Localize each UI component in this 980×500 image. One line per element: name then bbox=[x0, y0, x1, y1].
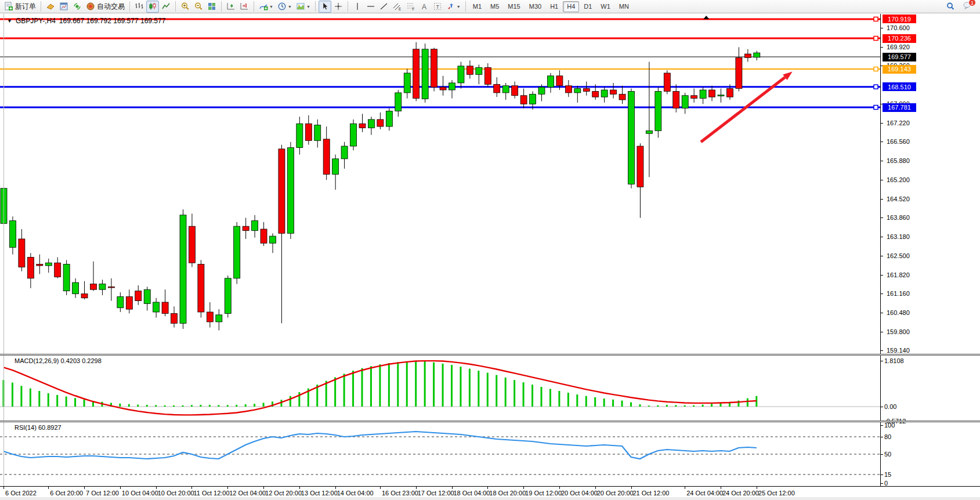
rsi-line bbox=[3, 432, 757, 459]
textT-icon: T bbox=[433, 2, 442, 11]
timeframe-m5-button[interactable]: M5 bbox=[486, 1, 503, 12]
equidistant-channel-button[interactable]: E bbox=[391, 1, 404, 13]
new-order-button[interactable]: 新订单 bbox=[2, 1, 38, 13]
auto-scroll-button[interactable] bbox=[225, 1, 237, 13]
candle-up bbox=[368, 119, 374, 128]
mt4-window: 新订单自动交易▼▼▼EFAT▼M1M5M15M30H1H4D1W1MN1 ▼ G… bbox=[0, 0, 980, 500]
timeframe-m15-button[interactable]: M15 bbox=[504, 1, 524, 12]
time-tick-mark bbox=[631, 487, 632, 489]
linechart-icon bbox=[161, 2, 171, 11]
price-badge: 167.781 bbox=[883, 103, 916, 112]
main-chart-panel[interactable]: ▼ GBPJPY-,H4 169.667 169.792 169.577 169… bbox=[0, 14, 880, 354]
time-tick-mark bbox=[335, 487, 336, 489]
line-anchor-handle[interactable] bbox=[874, 37, 878, 41]
macd-hist-bar bbox=[406, 361, 408, 407]
candle-down bbox=[565, 86, 572, 93]
candle-down bbox=[637, 146, 643, 187]
panel-separator[interactable] bbox=[0, 354, 980, 356]
line-chart-button[interactable] bbox=[160, 1, 172, 13]
candle-down bbox=[55, 263, 61, 277]
time-axis[interactable]: 6 Oct 20226 Oct 20:007 Oct 12:0010 Oct 0… bbox=[0, 486, 980, 500]
macd-hist-bar bbox=[442, 364, 444, 407]
timeframe-h1-button[interactable]: H1 bbox=[546, 1, 562, 12]
macd-hist-bar bbox=[209, 405, 211, 407]
chevron-down-icon[interactable]: ▼ bbox=[288, 5, 292, 9]
timeframe-h4-button[interactable]: H4 bbox=[563, 1, 579, 12]
periods-button[interactable]: ▼ bbox=[276, 1, 294, 13]
candle-down bbox=[467, 66, 473, 75]
crosshair-button[interactable] bbox=[332, 1, 345, 13]
market-watch-button[interactable] bbox=[57, 1, 70, 13]
new-order-button-label: 新订单 bbox=[15, 2, 36, 12]
rsi-panel[interactable]: RSI(14) 60.8927 bbox=[0, 422, 880, 486]
timeframe-mn-button[interactable]: MN bbox=[615, 1, 633, 12]
price-tick-label: 161.160 bbox=[887, 290, 910, 297]
horizontal-line-button[interactable] bbox=[364, 1, 377, 13]
trendline-button[interactable] bbox=[378, 1, 390, 13]
text-label-button[interactable]: T bbox=[431, 1, 444, 13]
signals-button[interactable] bbox=[71, 1, 84, 13]
price-tick-label: 170.600 bbox=[887, 24, 910, 31]
line-anchor-handle[interactable] bbox=[874, 85, 878, 89]
chevron-down-icon[interactable]: ▼ bbox=[306, 5, 310, 9]
macd-hist-bar bbox=[66, 397, 67, 407]
candle-up bbox=[547, 76, 554, 87]
fibonacci-button[interactable]: F bbox=[404, 1, 417, 13]
line-anchor-handle[interactable] bbox=[874, 67, 878, 71]
macd-hist-bar bbox=[648, 405, 650, 407]
line-anchor-handle[interactable] bbox=[874, 106, 878, 110]
candles-layer[interactable] bbox=[1, 42, 760, 331]
chat-button[interactable]: 1 bbox=[963, 1, 972, 12]
svg-text:F: F bbox=[412, 7, 414, 11]
candle-up bbox=[45, 263, 52, 266]
candle-down bbox=[126, 296, 132, 309]
candlestick-chart[interactable] bbox=[0, 14, 880, 354]
profile-button[interactable] bbox=[44, 1, 57, 13]
panel-separator[interactable] bbox=[0, 421, 980, 422]
macd-hist-bar bbox=[594, 397, 596, 407]
tile-icon bbox=[207, 2, 216, 11]
time-tick-label: 12 Oct 20:00 bbox=[265, 490, 302, 497]
zoom-in-button[interactable] bbox=[179, 1, 191, 13]
time-tick-mark bbox=[757, 487, 757, 489]
candle-chart-button[interactable] bbox=[146, 1, 159, 13]
macd-hist-bar bbox=[48, 393, 49, 407]
timeframe-d1-button[interactable]: D1 bbox=[580, 1, 596, 12]
search-button[interactable] bbox=[944, 1, 957, 13]
price-tick-label: 165.200 bbox=[887, 176, 910, 183]
timeframe-m30-button[interactable]: M30 bbox=[525, 1, 545, 12]
candle-up bbox=[530, 94, 536, 104]
line-anchor-handle[interactable] bbox=[874, 17, 878, 21]
time-tick-mark bbox=[523, 487, 524, 489]
candle-down bbox=[108, 287, 114, 288]
bar-chart-button[interactable] bbox=[133, 1, 146, 13]
rsi-chart bbox=[0, 422, 880, 486]
text-button[interactable]: A bbox=[418, 1, 431, 13]
zoom-out-button[interactable] bbox=[192, 1, 205, 13]
candle-down bbox=[27, 257, 34, 278]
candle-down bbox=[81, 294, 88, 298]
autotrade-button[interactable]: 自动交易 bbox=[84, 1, 126, 13]
chevron-down-icon[interactable]: ▼ bbox=[457, 5, 461, 9]
timeframe-m1-button[interactable]: M1 bbox=[469, 1, 486, 12]
macd-panel[interactable]: MACD(12,26,9) 0.4203 0.2298 bbox=[0, 356, 880, 421]
candle-up bbox=[404, 73, 410, 93]
indicators-button[interactable]: ▼ bbox=[257, 1, 275, 13]
time-tick-label: 7 Oct 12:00 bbox=[86, 490, 119, 497]
macd-hist-bar bbox=[666, 405, 668, 407]
tile-windows-button[interactable] bbox=[205, 1, 218, 13]
chart-dropdown-icon[interactable]: ▼ bbox=[7, 18, 12, 24]
cursor-button[interactable] bbox=[319, 1, 331, 13]
vertical-line-button[interactable] bbox=[351, 1, 364, 13]
templates-button[interactable]: ▼ bbox=[294, 1, 312, 13]
rsi-axis-label: 15 bbox=[884, 471, 891, 478]
macd-hist-bar bbox=[549, 389, 551, 407]
chevron-down-icon[interactable]: ▼ bbox=[269, 5, 273, 9]
timeframe-w1-button[interactable]: W1 bbox=[596, 1, 614, 12]
arrows-button[interactable]: ▼ bbox=[444, 1, 462, 13]
chart-shift-button[interactable] bbox=[238, 1, 251, 13]
candle-down bbox=[494, 84, 500, 93]
time-tick-label: 25 Oct 12:00 bbox=[758, 490, 795, 497]
candle-down bbox=[359, 124, 366, 128]
hline-icon bbox=[366, 2, 375, 11]
